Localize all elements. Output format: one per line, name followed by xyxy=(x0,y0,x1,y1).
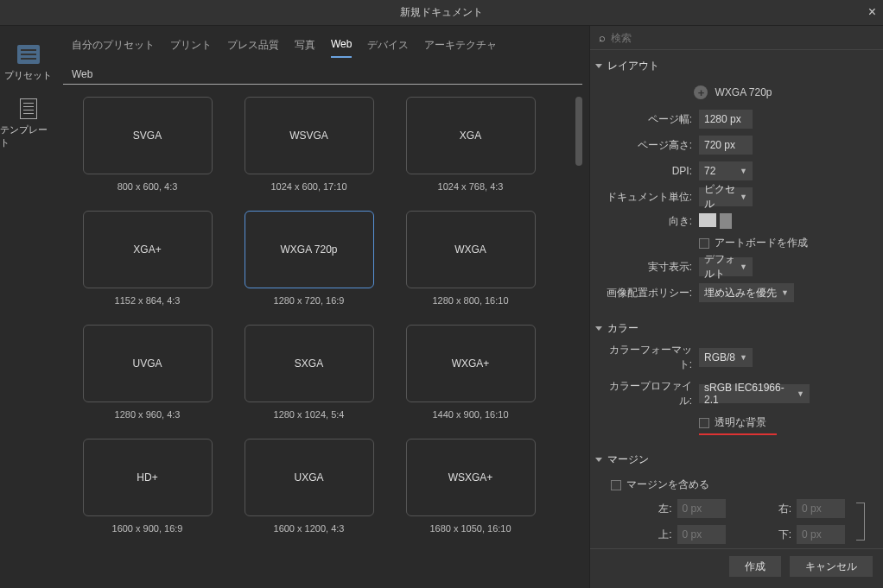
preset-caption: 1280 x 960, 4:3 xyxy=(115,409,181,420)
preset-tile[interactable]: XGA+1152 x 864, 4:3 xyxy=(72,211,223,306)
tab-photo[interactable]: 写真 xyxy=(295,38,315,58)
preset-tile[interactable]: WXGA 720p1280 x 720, 16:9 xyxy=(233,211,384,306)
preset-tile[interactable]: SVGA800 x 600, 4:3 xyxy=(72,97,223,192)
preset-caption: 1280 x 1024, 5:4 xyxy=(274,409,345,420)
search-input[interactable] xyxy=(611,32,874,44)
window-title: 新規ドキュメント xyxy=(400,5,483,20)
image-policy-label: 画像配置ポリシー: xyxy=(599,286,692,300)
include-margin-label: マージンを含める xyxy=(626,477,709,492)
preset-tile[interactable]: WSXGA+1680 x 1050, 16:10 xyxy=(395,439,546,534)
preset-caption: 1024 x 768, 4:3 xyxy=(438,181,504,192)
presets-icon xyxy=(17,43,40,66)
preset-box: WSXGA+ xyxy=(406,439,536,516)
highlight-underline xyxy=(699,433,777,435)
page-height-label: ページ高さ: xyxy=(599,138,692,153)
actual-size-select[interactable]: デフォルト▼ xyxy=(699,257,753,276)
preset-box: WSVGA xyxy=(245,97,374,174)
margin-left-input[interactable] xyxy=(677,499,726,518)
preset-box: WXGA xyxy=(406,211,536,288)
preset-scrollbar[interactable] xyxy=(575,97,582,588)
left-nav: プリセット テンプレート xyxy=(0,26,56,588)
color-format-label: カラーフォーマット: xyxy=(599,343,692,372)
tab-architecture[interactable]: アーキテクチャ xyxy=(424,38,497,58)
preset-caption: 1152 x 864, 4:3 xyxy=(115,295,181,306)
section-margin-title: マージン xyxy=(607,452,649,467)
margin-right-input[interactable] xyxy=(797,499,845,518)
color-format-select[interactable]: RGB/8▼ xyxy=(699,348,753,367)
preset-grid: SVGA800 x 600, 4:3WSVGA1024 x 600, 17:10… xyxy=(63,97,582,534)
chevron-down-icon xyxy=(595,458,602,462)
create-button[interactable]: 作成 xyxy=(729,556,781,577)
preset-box: XGA+ xyxy=(83,211,213,288)
transparent-bg-checkbox[interactable] xyxy=(699,418,709,428)
preset-tile[interactable]: WXGA+1440 x 900, 16:10 xyxy=(395,325,546,420)
margin-top-input[interactable] xyxy=(677,525,726,544)
orientation-landscape[interactable] xyxy=(699,213,716,227)
image-policy-select[interactable]: 埋め込みを優先▼ xyxy=(699,283,794,302)
page-width-input[interactable] xyxy=(699,110,753,129)
section-layout-title: レイアウト xyxy=(607,59,659,73)
preset-tile[interactable]: SXGA1280 x 1024, 5:4 xyxy=(233,325,384,420)
nav-presets-label: プリセット xyxy=(4,69,52,82)
preset-tile[interactable]: HD+1600 x 900, 16:9 xyxy=(72,439,223,534)
dpi-select[interactable]: 72▼ xyxy=(699,161,753,180)
color-profile-label: カラープロファイル: xyxy=(599,379,692,408)
color-profile-select[interactable]: sRGB IEC61966-2.1▼ xyxy=(699,384,810,403)
section-layout-header[interactable]: レイアウト xyxy=(594,54,873,79)
cancel-button[interactable]: キャンセル xyxy=(790,556,873,577)
page-height-input[interactable] xyxy=(699,136,753,155)
units-select[interactable]: ピクセル▼ xyxy=(699,187,753,206)
preset-box: WXGA+ xyxy=(406,325,536,402)
right-panel: ⌕ レイアウト + WXGA 720p ページ幅: ページ高さ: xyxy=(589,26,883,588)
preset-tile[interactable]: WSVGA1024 x 600, 17:10 xyxy=(233,97,384,192)
link-margins-icon[interactable] xyxy=(856,503,865,541)
preset-box: WXGA 720p xyxy=(245,211,374,288)
tab-devices[interactable]: デバイス xyxy=(367,38,409,58)
preset-box: HD+ xyxy=(83,439,213,516)
tab-press[interactable]: プレス品質 xyxy=(227,38,279,58)
units-label: ドキュメント単位: xyxy=(599,190,692,205)
preset-caption: 1440 x 900, 16:10 xyxy=(432,409,508,420)
tab-my-presets[interactable]: 自分のプリセット xyxy=(72,38,155,58)
preset-tile[interactable]: UXGA1600 x 1200, 4:3 xyxy=(233,439,384,534)
preset-caption: 1680 x 1050, 16:10 xyxy=(429,523,511,534)
preset-caption: 1280 x 800, 16:10 xyxy=(432,295,508,306)
doc-title: WXGA 720p xyxy=(715,86,772,98)
chevron-down-icon xyxy=(595,64,602,68)
dialog-footer: 作成 キャンセル xyxy=(590,548,883,584)
orientation-label: 向き: xyxy=(599,214,692,229)
nav-templates-label: テンプレート xyxy=(0,123,56,149)
preset-box: SVGA xyxy=(83,97,213,174)
search-bar[interactable]: ⌕ xyxy=(590,26,883,50)
preset-caption: 1280 x 720, 16:9 xyxy=(274,295,345,306)
preset-tile[interactable]: WXGA1280 x 800, 16:10 xyxy=(395,211,546,306)
nav-presets[interactable]: プリセット xyxy=(4,43,52,82)
close-icon[interactable]: × xyxy=(868,4,876,20)
preset-caption: 800 x 600, 4:3 xyxy=(118,181,178,192)
artboard-checkbox[interactable] xyxy=(699,238,709,249)
add-preset-icon[interactable]: + xyxy=(694,85,708,99)
preset-box: UXGA xyxy=(245,439,374,516)
dpi-label: DPI: xyxy=(599,165,692,177)
tab-print[interactable]: プリント xyxy=(170,38,212,58)
search-icon: ⌕ xyxy=(599,31,606,44)
preset-caption: 1600 x 1200, 4:3 xyxy=(274,523,345,534)
preset-tile[interactable]: UVGA1280 x 960, 4:3 xyxy=(72,325,223,420)
tab-web[interactable]: Web xyxy=(331,38,352,58)
preset-tile[interactable]: XGA1024 x 768, 4:3 xyxy=(395,97,546,192)
nav-templates[interactable]: テンプレート xyxy=(0,98,56,149)
include-margin-checkbox[interactable] xyxy=(611,480,621,490)
category-tabs: 自分のプリセット プリント プレス品質 写真 Web デバイス アーキテクチャ xyxy=(63,26,582,65)
page-width-label: ページ幅: xyxy=(599,112,692,127)
preset-caption: 1024 x 600, 17:10 xyxy=(270,181,346,192)
section-color-header[interactable]: カラー xyxy=(594,316,873,341)
orientation-portrait[interactable] xyxy=(720,213,732,229)
center-panel: 自分のプリセット プリント プレス品質 写真 Web デバイス アーキテクチャ … xyxy=(56,26,589,588)
transparent-bg-label: 透明な背景 xyxy=(715,415,766,430)
preset-box: SXGA xyxy=(245,325,374,402)
margin-bottom-input[interactable] xyxy=(797,525,845,544)
titlebar: 新規ドキュメント × xyxy=(0,0,883,26)
preset-box: UVGA xyxy=(83,325,213,402)
section-margin-header[interactable]: マージン xyxy=(594,447,873,472)
preset-caption: 1600 x 900, 16:9 xyxy=(112,523,183,534)
